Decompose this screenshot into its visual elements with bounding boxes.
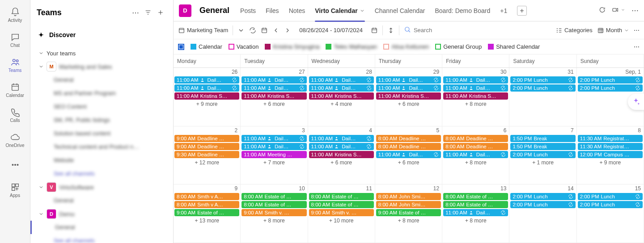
event[interactable]: 8:00 AMDeadline … [443,135,508,142]
more-link[interactable]: + 8 more [442,100,509,108]
calendar-cell[interactable]: 3011:00 AMDail…11:00 AMDail…11:00 AMKris… [442,68,509,126]
legend-toggle[interactable] [178,44,184,50]
tab--1[interactable]: +1 [500,0,507,21]
more-link[interactable]: + 9 more [577,159,644,167]
event[interactable]: 11:00 AMKristina S… [309,151,374,158]
date-picker-icon[interactable] [371,27,378,34]
more-link[interactable]: + 6 more [241,100,307,108]
more-link[interactable]: + 8 more [241,217,307,225]
event[interactable]: 8:00 AMDeadline … [376,135,441,142]
event[interactable]: 11:00 AMDail… [376,76,441,84]
event[interactable]: 11:00 AMKristina S… [443,92,508,100]
event[interactable]: 2:00 PMLunch [578,201,643,208]
event[interactable]: 11:00 AMDail… [309,84,374,92]
calendar-cell[interactable]: 71:50 PMBreak1:50 PMBreak2:00 PMLunch+ 1… [509,126,576,185]
more-icon[interactable]: ⋯ [631,6,639,15]
view-picker[interactable]: Month [597,27,629,34]
tree-channel[interactable]: General [30,221,173,234]
tree-channel[interactable]: SEO Content [30,100,173,113]
rail-calendar[interactable]: Calendar [0,78,30,102]
tab-files[interactable]: Files [266,0,279,21]
rail-chat[interactable]: Chat [0,28,30,52]
tree-channel[interactable]: See all channels [30,234,173,243]
search-input[interactable] [414,27,551,34]
tree-channel[interactable]: Solution based content [30,127,173,140]
calendar-cell[interactable]: 58:00 AMDeadline …8:00 AMDeadline …11:00… [375,126,442,185]
legend-item[interactable]: Teles Malhasyan [326,43,377,50]
legend-item[interactable]: Vacation [229,43,259,50]
event[interactable]: 11:00 AMDail… [443,151,508,158]
event[interactable]: 8:00 AMEstate of … [242,193,306,200]
rail-calls[interactable]: Calls [0,103,30,127]
event[interactable]: 2:00 PMLunch [578,193,643,200]
event[interactable]: 9:00 AMDeadline … [174,135,239,142]
rail-onedrive[interactable]: OneDrive [0,128,30,152]
tree-channel[interactable]: MS and Partner Program [30,87,173,100]
calendar-cell[interactable]: 152:00 PMLunch2:00 PMLunch [577,184,644,243]
event[interactable]: 8:00 AMEstate of … [242,201,306,208]
tab-virto-calendar[interactable]: Virto Calendar [315,0,364,21]
expand-icon[interactable] [387,27,394,34]
event[interactable]: 11:00 AMMeeting … [242,151,306,158]
event[interactable]: 8:00 AMEstate of … [443,193,508,200]
calendar-cell[interactable]: 118:00 AMEstate of …8:00 AMEstate of …9:… [308,184,375,243]
more-link[interactable]: + 9 more [174,100,240,108]
more-link[interactable]: + 6 more [308,159,375,167]
event[interactable]: 1:50 PMBreak [510,135,575,142]
event[interactable]: 11:00 AMKristina S… [242,92,306,100]
event[interactable]: 11:00 AMDail… [309,135,374,142]
calendar-cell[interactable]: 138:00 AMEstate of …8:00 AMEstate of …11… [442,184,509,243]
event[interactable]: 2:00 PMLunch [510,84,575,92]
tab-posts[interactable]: Posts [240,0,256,21]
event[interactable]: 11:00 AMDail… [174,76,239,84]
more-link[interactable]: + 8 more [442,159,509,167]
categories-button[interactable]: Categories [555,27,593,34]
event[interactable]: 9:00 AMDeadline … [174,143,239,150]
legend-more-icon[interactable]: ⋯ [634,43,640,50]
event[interactable]: 11:00 AMDail… [174,84,239,92]
tree-channel[interactable]: General [30,194,173,207]
event[interactable]: 9:00 AMSmith v. … [309,209,374,216]
teams-more-icon[interactable]: ⋯ [129,6,142,19]
discover-button[interactable]: ✦ Discover [30,25,173,45]
more-link[interactable]: + 6 more [375,159,442,167]
event[interactable]: 11:00 AMDail… [309,143,374,150]
event[interactable]: 11:00 AMDail… [376,84,441,92]
event[interactable]: 8:00 AMJohn Smi… [376,193,441,200]
event[interactable]: 8:00 AMSmth v A… [174,201,239,208]
legend-item[interactable]: Calendar [191,43,222,50]
rail-more[interactable] [0,153,30,177]
event[interactable]: 11:00 AMDail… [242,143,306,150]
more-link[interactable]: + 10 more [308,217,375,225]
event[interactable]: 9:00 AMEstate of … [376,209,441,216]
event[interactable]: 11:00 AMKristina S… [174,92,239,100]
legend-item[interactable]: Alisa Kettunen [383,43,429,50]
event[interactable]: 2:00 PMLunch [510,76,575,84]
tab-notes[interactable]: Notes [289,0,305,21]
tree-team[interactable]: MMarketing and Sales [30,60,173,73]
calendar-cell[interactable]: 2711:00 AMDail…11:00 AMDail…11:00 AMKris… [241,68,308,126]
calendar-cell[interactable]: 2811:00 AMDail…11:00 AMDail…11:00 AMKris… [308,68,375,126]
tree-team[interactable]: DDemo [30,207,173,221]
tree-channel[interactable]: General [30,73,173,87]
more-link[interactable]: + 7 more [241,159,307,167]
event[interactable]: 11:00 AMDail… [242,135,306,142]
toolbar-more-icon[interactable]: ⋯ [634,27,640,34]
event[interactable]: 2:00 PMLunch [510,201,575,208]
event[interactable]: 12:00 PMCampus … [578,151,643,158]
refresh-icon[interactable] [249,27,256,34]
event[interactable]: 8:00 AMEstate of … [309,193,374,200]
more-link[interactable]: + 4 more [308,100,375,108]
calendar-cell[interactable]: 108:00 AMEstate of …8:00 AMEstate of …9:… [241,184,308,243]
tab-channel-calendar[interactable]: Channel Calendar [375,0,425,21]
event[interactable]: 2:00 PMLunch [510,193,575,200]
copilot-icon[interactable] [628,94,644,110]
event[interactable]: 11:00 AMDail… [376,151,441,158]
prev-icon[interactable] [272,27,280,34]
event[interactable]: 8:00 AMSmth v A… [174,193,239,200]
more-link[interactable]: + 8 more [375,217,442,225]
more-link[interactable]: + 13 more [174,217,240,225]
legend-item[interactable]: Kristina Sinyugina [265,43,319,50]
legend-item[interactable]: Shared Calendar [488,43,540,50]
more-link[interactable]: + 6 more [375,100,442,108]
